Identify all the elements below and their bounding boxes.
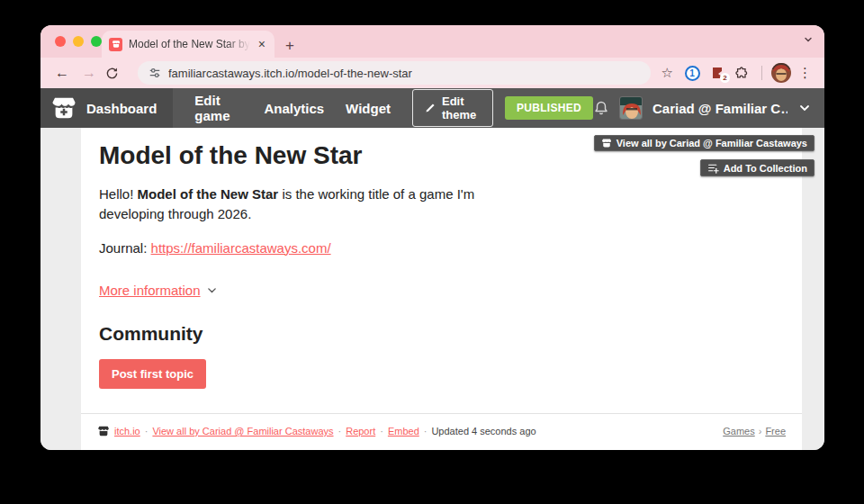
- footer-report-link[interactable]: Report: [346, 426, 375, 436]
- browser-tab[interactable]: Model of the New Star by Car ×: [102, 31, 274, 58]
- footer-view-all-link[interactable]: View all by Cariad @ Familiar Castaways: [152, 426, 333, 436]
- footer-separator: ·: [145, 426, 148, 436]
- footer-separator: ·: [338, 426, 342, 436]
- site-settings-icon[interactable]: [148, 67, 161, 79]
- view-all-button[interactable]: View all by Cariad @ Familiar Castaways: [594, 135, 814, 151]
- nav-item-edit-game[interactable]: Edit game: [194, 93, 242, 123]
- more-information-link[interactable]: More information: [99, 283, 201, 298]
- tab-search-chevron-icon[interactable]: [803, 34, 814, 45]
- page-content-area: View all by Cariad @ Familiar Castaways …: [40, 128, 824, 450]
- journal-line: Journal: https://familiarcastaways.com/: [99, 240, 784, 256]
- forward-button[interactable]: →: [78, 66, 100, 80]
- onepassword-extension-icon[interactable]: 1: [682, 66, 702, 81]
- community-heading: Community: [99, 323, 784, 345]
- floating-buttons: View all by Cariad @ Familiar Castaways …: [594, 135, 814, 176]
- intro-bold-title: Model of the New Star: [138, 186, 279, 202]
- tab-title: Model of the New Star by Car: [129, 38, 250, 50]
- extension-badge: 2: [720, 73, 730, 83]
- footer-updated-text: Updated 4 seconds ago: [431, 426, 536, 436]
- footer-breadcrumb: Games › Free: [723, 426, 786, 436]
- browser-profile-avatar[interactable]: [771, 63, 791, 83]
- address-bar[interactable]: familiarcastaways.itch.io/model-of-the-n…: [138, 61, 651, 85]
- bookmark-star-icon[interactable]: ☆: [662, 65, 673, 81]
- toolbar-divider: [761, 66, 762, 80]
- footer-separator: ·: [380, 426, 383, 436]
- browser-toolbar: ← → familiarcastaways.itch.io/model-of-t…: [40, 58, 824, 88]
- more-info-chevron-icon: [206, 284, 218, 296]
- url-text: familiarcastaways.itch.io/model-of-the-n…: [168, 67, 412, 80]
- published-status-badge[interactable]: PUBLISHED: [505, 96, 593, 120]
- brush-icon: [424, 103, 436, 114]
- zoom-window-button[interactable]: [91, 36, 102, 47]
- nav-item-analytics[interactable]: Analytics: [264, 101, 324, 116]
- username-label[interactable]: Cariad @ Familiar C…: [652, 101, 788, 116]
- footer-separator: ·: [424, 426, 428, 436]
- user-menu-chevron-icon[interactable]: [797, 101, 812, 115]
- itchio-favicon-icon: [109, 38, 122, 51]
- browser-window: Model of the New Star by Car × + ← → fam…: [40, 25, 824, 450]
- itchio-navbar: Dashboard Edit game Analytics Widget Edi…: [40, 88, 824, 128]
- extension-with-badge-icon[interactable]: 2: [707, 66, 727, 80]
- page-footer: itch.io · View all by Cariad @ Familiar …: [81, 413, 802, 450]
- notifications-bell-icon[interactable]: [593, 100, 609, 116]
- add-to-collection-button[interactable]: Add To Collection: [700, 159, 814, 176]
- desktop-background: Model of the New Star by Car × + ← → fam…: [0, 0, 864, 504]
- footer-itchio-link[interactable]: itch.io: [114, 426, 140, 436]
- reload-button[interactable]: [105, 67, 127, 80]
- footer-free-link[interactable]: Free: [765, 426, 786, 436]
- nav-dashboard-segment[interactable]: Dashboard: [40, 88, 173, 128]
- back-button[interactable]: ←: [51, 66, 73, 80]
- nav-item-dashboard[interactable]: Dashboard: [86, 101, 157, 116]
- user-avatar[interactable]: [619, 96, 643, 120]
- close-window-button[interactable]: [55, 36, 66, 47]
- edit-theme-button[interactable]: Edit theme: [412, 89, 493, 127]
- new-tab-button[interactable]: +: [285, 38, 294, 53]
- journal-link[interactable]: https://familiarcastaways.com/: [151, 240, 331, 256]
- breadcrumb-separator: ›: [759, 426, 762, 436]
- footer-itchio-logo-icon: [97, 425, 110, 437]
- nav-user-area: Cariad @ Familiar C…: [593, 96, 824, 120]
- itchio-logo-icon[interactable]: [50, 94, 77, 122]
- journal-label: Journal:: [99, 240, 151, 256]
- window-controls: [55, 36, 102, 47]
- browser-menu-kebab-icon[interactable]: ⋮: [796, 65, 814, 81]
- more-information-row[interactable]: More information: [99, 283, 784, 298]
- minimize-window-button[interactable]: [73, 36, 84, 47]
- extensions-puzzle-icon[interactable]: [733, 66, 752, 80]
- footer-games-link[interactable]: Games: [723, 426, 754, 436]
- tab-strip: Model of the New Star by Car × +: [40, 25, 824, 58]
- nav-item-widget[interactable]: Widget: [346, 101, 391, 116]
- footer-embed-link[interactable]: Embed: [388, 426, 419, 436]
- intro-paragraph: Hello! Model of the New Star is the work…: [99, 184, 500, 224]
- tab-close-icon[interactable]: ×: [256, 38, 267, 50]
- post-first-topic-button[interactable]: Post first topic: [99, 359, 206, 389]
